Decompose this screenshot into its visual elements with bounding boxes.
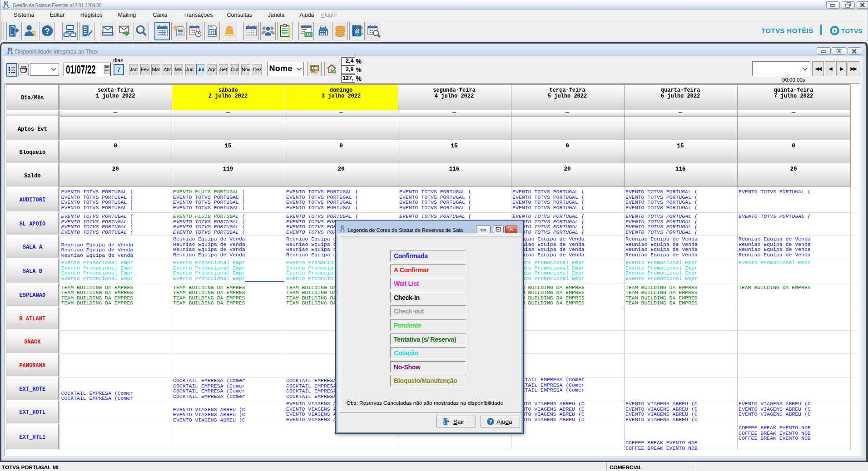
svg-text:$: $	[308, 33, 309, 36]
svg-text:?: ?	[489, 419, 492, 424]
svg-text:@: @	[355, 28, 359, 36]
svg-text:?: ?	[45, 27, 50, 36]
